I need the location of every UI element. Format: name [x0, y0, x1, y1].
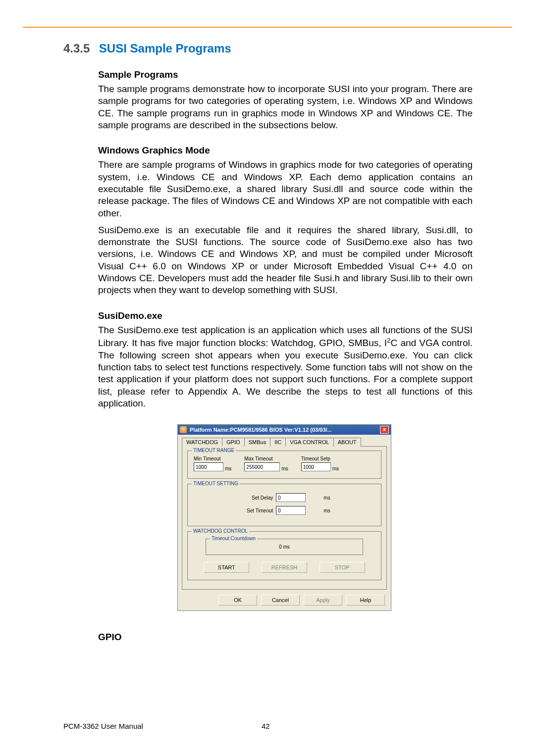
tab-vga-control[interactable]: VGA CONTROL	[285, 438, 333, 447]
client-area: WATCHDOG GPIO SMBus IIC VGA CONTROL ABOU…	[178, 435, 391, 610]
refresh-button[interactable]: REFRESH	[262, 562, 307, 573]
section-title: SUSI Sample Programs	[99, 42, 231, 55]
timeout-row: Min Timeout ms Max Timeout ms	[194, 456, 375, 471]
unit-ms: ms	[332, 466, 339, 471]
group-timeout-countdown: Timeout Countdown 0 ms	[206, 539, 363, 555]
para-windows-graphics-2: SusiDemo.exe is an executable file and i…	[98, 224, 473, 297]
group-timeout-setting: TIMEOUT SETTING Set Delay ms Set Timeout…	[187, 484, 381, 526]
tab-about[interactable]: ABOUT	[333, 438, 361, 447]
group-timeout-countdown-label: Timeout Countdown	[210, 536, 257, 541]
group-timeout-range: TIMEOUT RANGE Min Timeout ms Max Timeout	[187, 451, 381, 479]
close-icon: ×	[382, 426, 386, 433]
ok-button[interactable]: OK	[218, 595, 257, 605]
window-title: Platform Name:PCM9581/9586 BIOS Ver:V1.1…	[190, 427, 332, 433]
top-rule	[23, 27, 512, 28]
section-heading: 4.3.5 SUSI Sample Programs	[63, 42, 473, 55]
tab-gpio[interactable]: GPIO	[222, 438, 245, 447]
para-windows-graphics-1: There are sample programs of Windows in …	[98, 159, 473, 219]
unit-ms: ms	[225, 466, 231, 471]
page-content: 4.3.5 SUSI Sample Programs Sample Progra…	[63, 42, 473, 643]
set-delay-input[interactable]	[276, 493, 306, 502]
tab-body: TIMEOUT RANGE Min Timeout ms Max Timeout	[182, 446, 387, 590]
step-timeout-col: Timeout Setp ms	[301, 456, 339, 471]
para-susidemo: The SusiDemo.exe test application is an …	[98, 324, 473, 410]
row-set-delay: Set Delay ms	[194, 493, 375, 502]
unit-ms: ms	[323, 508, 330, 513]
unit-ms: ms	[323, 495, 330, 501]
min-timeout-input[interactable]	[194, 462, 223, 471]
set-delay-label: Set Delay	[238, 495, 273, 501]
susidemo-window: Platform Name:PCM9581/9586 BIOS Ver:V1.1…	[177, 424, 391, 611]
heading-sample-programs: Sample Programs	[98, 69, 473, 80]
para-susidemo-b: C and VGA control. The following screen …	[98, 338, 473, 408]
start-button[interactable]: START	[204, 562, 249, 573]
group-timeout-setting-label: TIMEOUT SETTING	[192, 481, 240, 486]
footer: PCM-3362 User Manual 42	[63, 722, 143, 730]
min-timeout-label: Min Timeout	[194, 456, 231, 461]
max-timeout-col: Max Timeout ms	[244, 456, 288, 471]
step-timeout-input[interactable]	[301, 462, 331, 471]
titlebar: Platform Name:PCM9581/9586 BIOS Ver:V1.1…	[178, 425, 391, 435]
tab-watchdog[interactable]: WATCHDOG	[182, 438, 222, 447]
unit-ms: ms	[281, 466, 288, 471]
tab-iic[interactable]: IIC	[270, 438, 286, 447]
help-button[interactable]: Help	[346, 595, 385, 605]
heading-windows-graphics-mode: Windows Graphics Mode	[98, 145, 473, 156]
titlebar-left: Platform Name:PCM9581/9586 BIOS Ver:V1.1…	[180, 426, 332, 433]
set-timeout-label: Set Timeout	[238, 508, 273, 513]
min-timeout-col: Min Timeout ms	[194, 456, 231, 471]
cancel-button[interactable]: Cancel	[261, 595, 300, 605]
footer-page: 42	[262, 722, 270, 730]
apply-button[interactable]: Apply	[304, 595, 342, 605]
heading-gpio: GPIO	[98, 632, 473, 643]
step-timeout-label: Timeout Setp	[301, 456, 339, 461]
stop-button[interactable]: STOP	[320, 562, 365, 573]
countdown-value: 0 ms	[279, 544, 290, 550]
watchdog-button-row: START REFRESH STOP	[194, 562, 375, 573]
group-timeout-range-label: TIMEOUT RANGE	[192, 448, 236, 453]
close-button[interactable]: ×	[380, 426, 389, 434]
tab-strip: WATCHDOG GPIO SMBus IIC VGA CONTROL ABOU…	[182, 438, 387, 447]
group-watchdog-control: WATCHDOG CONTROL Timeout Countdown 0 ms …	[187, 531, 381, 580]
max-timeout-input[interactable]	[244, 462, 280, 471]
app-icon	[180, 426, 187, 433]
section-number: 4.3.5	[63, 42, 90, 55]
max-timeout-label: Max Timeout	[244, 456, 288, 461]
tab-smbus[interactable]: SMBus	[244, 438, 270, 447]
footer-manual: PCM-3362 User Manual	[63, 722, 143, 730]
set-timeout-input[interactable]	[276, 506, 306, 515]
group-watchdog-control-label: WATCHDOG CONTROL	[192, 528, 249, 534]
row-set-timeout: Set Timeout ms	[194, 506, 375, 515]
para-sample-programs: The sample programs demonstrate how to i…	[98, 83, 473, 131]
heading-susidemo: SusiDemo.exe	[98, 310, 473, 321]
dialog-button-row: OK Cancel Apply Help	[182, 595, 387, 605]
